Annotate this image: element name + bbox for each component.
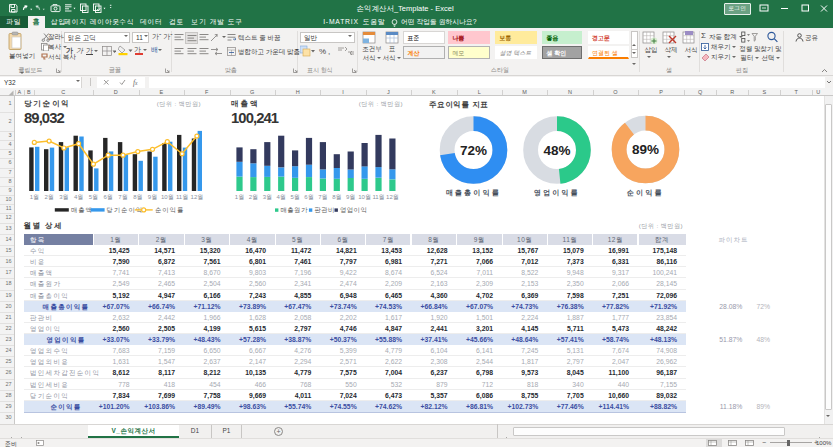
- svg-text:72%: 72%: [460, 143, 487, 158]
- svg-text:매출총이익률: 매출총이익률: [446, 189, 501, 197]
- svg-text:2월: 2월: [249, 194, 258, 200]
- svg-text:10월: 10월: [161, 194, 174, 200]
- svg-text:매출원가: 매출원가: [281, 206, 308, 213]
- svg-text:4월: 4월: [74, 194, 83, 200]
- svg-text:영업이익률: 영업이익률: [534, 189, 580, 197]
- svg-text:순이익률: 순이익률: [155, 206, 184, 213]
- svg-text:11월: 11월: [372, 194, 384, 200]
- svg-text:11월: 11월: [176, 194, 188, 200]
- svg-text:9월: 9월: [346, 194, 355, 200]
- svg-text:영업이익: 영업이익: [340, 206, 367, 214]
- svg-text:7월: 7월: [118, 194, 127, 200]
- svg-text:판관비: 판관비: [315, 206, 335, 213]
- svg-text:5월: 5월: [89, 194, 98, 200]
- svg-text:%: %: [319, 47, 326, 56]
- svg-text:3월: 3월: [263, 194, 272, 200]
- svg-text:1월: 1월: [235, 194, 244, 200]
- svg-text:8월: 8월: [133, 194, 142, 200]
- svg-text:1월: 1월: [30, 194, 39, 200]
- svg-text:4월: 4월: [277, 194, 286, 200]
- svg-text:12월: 12월: [191, 194, 204, 200]
- svg-text:6월: 6월: [104, 194, 113, 200]
- svg-text:2월: 2월: [44, 194, 53, 200]
- svg-text:3월: 3월: [59, 194, 68, 200]
- svg-text:48%: 48%: [543, 143, 570, 158]
- svg-text:8월: 8월: [332, 194, 341, 200]
- svg-text:7월: 7월: [318, 194, 327, 200]
- svg-text:,: ,: [328, 47, 330, 56]
- svg-text:6월: 6월: [304, 194, 313, 200]
- svg-text:매출액: 매출액: [71, 206, 93, 213]
- svg-text:5월: 5월: [290, 194, 299, 200]
- svg-text:10월: 10월: [358, 194, 371, 200]
- svg-text:12월: 12월: [386, 194, 399, 200]
- svg-text:9월: 9월: [148, 194, 157, 200]
- svg-text:순이익률: 순이익률: [627, 189, 664, 197]
- svg-text:89%: 89%: [632, 142, 659, 157]
